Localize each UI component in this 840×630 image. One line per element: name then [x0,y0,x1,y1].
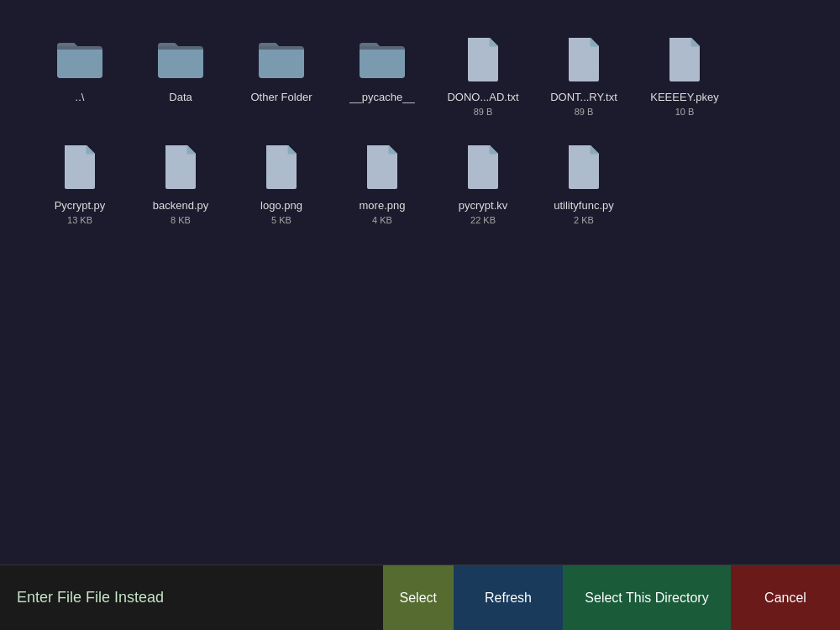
item-name: Pycrypt.py [55,199,106,213]
file-item-utilityfunc-py[interactable]: utilityfunc.py2 KB [538,134,630,234]
item-name: backend.py [153,199,209,213]
select-button[interactable]: Select [383,565,454,630]
file-item-data-folder[interactable]: Data [134,25,227,125]
bottom-bar: Select Refresh Select This Directory Can… [0,564,840,630]
refresh-button[interactable]: Refresh [454,565,563,630]
item-size: 22 KB [470,215,496,225]
file-item-dono-ad-txt[interactable]: DONO...AD.txt89 B [437,25,529,125]
input-area [0,565,383,630]
item-name: Other Folder [251,91,312,105]
file-icon [659,34,710,84]
item-name: KEEEEY.pkey [650,91,718,105]
file-icon [55,142,105,192]
file-icon [256,142,307,192]
item-size: 10 B [675,107,695,117]
file-icon [458,142,508,192]
file-icon [155,142,206,192]
file-icon [559,34,609,84]
item-name: ..\ [76,91,85,105]
file-item-parent-dir[interactable]: ..\ [34,25,126,125]
folder-icon [256,34,307,84]
item-name: __pycache__ [349,91,414,105]
item-name: pycrypt.kv [459,199,508,213]
item-size: 2 KB [574,215,594,225]
item-name: logo.png [260,199,302,213]
item-size: 89 B [474,107,493,117]
cancel-button[interactable]: Cancel [731,565,840,630]
item-size: 8 KB [171,215,191,225]
file-icon [458,34,508,84]
file-path-input[interactable] [17,589,366,606]
file-item-keeeey-pkey[interactable]: KEEEEY.pkey10 B [638,25,731,125]
file-item-more-png[interactable]: more.png4 KB [336,134,428,234]
file-item-dont-ry-txt[interactable]: DONT...RY.txt89 B [538,25,630,125]
file-item-other-folder[interactable]: Other Folder [235,25,328,125]
file-item-pycrypt-py[interactable]: Pycrypt.py13 KB [34,134,126,234]
item-name: more.png [360,199,406,213]
file-browser: ..\ Data Other Folder __pycache__ DONO..… [0,0,840,630]
file-item-pycache-folder[interactable]: __pycache__ [336,25,428,125]
item-name: utilityfunc.py [554,199,614,213]
item-name: DONT...RY.txt [550,91,617,105]
item-name: DONO...AD.txt [447,91,518,105]
folder-icon [357,34,407,84]
item-size: 5 KB [271,215,291,225]
item-name: Data [169,91,192,105]
item-size: 89 B [575,107,594,117]
file-item-logo-png[interactable]: logo.png5 KB [235,134,328,234]
select-directory-button[interactable]: Select This Directory [563,565,731,630]
item-size: 13 KB [67,215,92,225]
file-item-pycrypt-kv[interactable]: pycrypt.kv22 KB [437,134,529,234]
file-area: ..\ Data Other Folder __pycache__ DONO..… [0,0,840,564]
folder-icon [155,34,206,84]
file-icon [357,142,407,192]
file-icon [559,142,609,192]
item-size: 4 KB [372,215,392,225]
file-item-backend-py[interactable]: backend.py8 KB [134,134,227,234]
folder-icon [55,34,105,84]
